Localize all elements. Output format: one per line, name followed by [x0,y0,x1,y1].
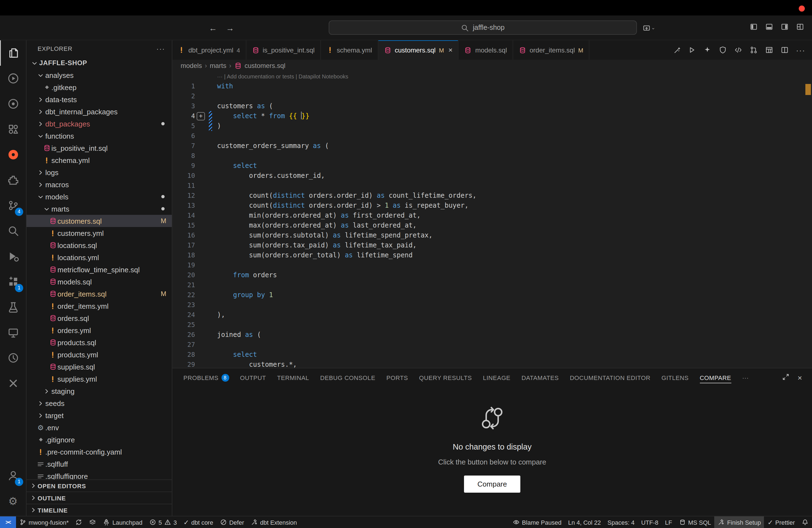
compare-button[interactable]: Compare [464,475,520,493]
maximize-panel-button[interactable] [782,372,790,383]
code-line-6[interactable]: 6 [172,131,812,141]
code-line-9[interactable]: 9 select [172,161,812,171]
code-line-1[interactable]: 1with [172,81,812,91]
tree-item-seeds[interactable]: seeds [27,397,172,409]
activity-item-close-x[interactable] [0,371,26,396]
pull-request-button[interactable] [750,46,758,54]
editor-tab-models.sql[interactable]: models.sql [459,40,513,60]
tree-item-locations.sql[interactable]: locations.sql [27,239,172,251]
editor-tab-customers.sql[interactable]: customers.sqlM× [378,40,459,60]
status-finish-setup[interactable]: Finish Setup [714,516,764,528]
tree-item-JAFFLE-SHOP[interactable]: JAFFLE-SHOP [27,57,172,69]
tree-item-functions[interactable]: functions [27,130,172,142]
tree-item-.gitkeep[interactable]: .gitkeep [27,81,172,93]
code-line-11[interactable]: 11 [172,180,812,191]
status-blame-status[interactable]: Blame Paused [509,516,565,528]
breadcrumb-item-models[interactable]: models [180,62,202,70]
breadcrumb-item-customers.sql[interactable]: customers.sql [244,62,285,70]
breadcrumb[interactable]: models›marts›customers.sql [172,60,812,72]
status-remote-indicator[interactable]: >< [0,516,16,528]
code-line-2[interactable]: 2 [172,91,812,101]
tree-item-.pre-commit-config.yaml[interactable]: .pre-commit-config.yaml [27,446,172,458]
status-dbt-extension[interactable]: dbt Extension [247,516,300,528]
panel-tab-compare[interactable]: COMPARE [694,368,737,387]
activity-item-datapilot[interactable] [0,91,26,117]
tree-item-orders.yml[interactable]: orders.yml [27,324,172,336]
panel-tab-lineage[interactable]: LINEAGE [478,368,516,387]
editor-tab-is_positive_int.sql[interactable]: is_positive_int.sql [246,40,321,60]
tree-item-supplies.yml[interactable]: supplies.yml [27,373,172,385]
command-center-search[interactable]: jaffle-shop [329,20,637,35]
status-notifications[interactable] [798,516,812,528]
shield-button[interactable] [719,46,727,54]
activity-item-explorer[interactable] [0,40,26,66]
code-line-21[interactable]: 21 [172,280,812,290]
tree-item-locations.yml[interactable]: locations.yml [27,251,172,263]
tree-item-data-tests[interactable]: data-tests [27,93,172,105]
code-line-18[interactable]: 18 sum(orders.order_total) as lifetime_s… [172,250,812,260]
editor-tab-schema.yml[interactable]: schema.yml [321,40,378,60]
sidebar-section-outline[interactable]: OUTLINE [27,492,172,504]
panel-tab-output[interactable]: OUTPUT [234,368,272,387]
activity-item-settings-gear[interactable]: ⚙ [0,488,26,514]
tree-item-marts[interactable]: marts [27,203,172,215]
layout-panel-button[interactable] [765,23,773,33]
tree-item-.env[interactable]: ⚙.env [27,421,172,434]
panel-tab-query-results[interactable]: QUERY RESULTS [414,368,477,387]
close-panel-button[interactable]: × [798,373,802,382]
code-line-7[interactable]: 7customer_orders_summary as ( [172,141,812,151]
code-line-12[interactable]: 12 count(distinct orders.order_id) as co… [172,191,812,201]
status-encoding[interactable]: UTF-8 [638,516,662,528]
tree-item-models[interactable]: models [27,191,172,203]
sidebar-more-actions[interactable]: ··· [156,44,165,53]
panel-tab-ports[interactable]: PORTS [381,368,414,387]
more-actions-button[interactable]: ··· [796,46,806,54]
code-line-26[interactable]: 26joined as ( [172,330,812,340]
add-line-button[interactable]: + [197,112,205,120]
activity-item-beaker[interactable] [0,294,26,320]
tree-item-dbt_internal_packages[interactable]: dbt_internal_packages [27,105,172,118]
code-line-19[interactable]: 19 [172,260,812,270]
activity-item-puzzle[interactable] [0,167,26,193]
panel-more-tabs[interactable]: ··· [737,368,754,387]
status-problems[interactable]: 53 [146,516,180,528]
customize-layout-button[interactable] [796,23,804,33]
activity-item-remote-explorer[interactable] [0,320,26,345]
code-line-28[interactable]: 28 select [172,350,812,360]
breadcrumb-item-marts[interactable]: marts [209,62,226,70]
panel-tab-problems[interactable]: PROBLEMS8 [178,368,234,387]
split-editor-button[interactable] [781,46,789,54]
panel-tab-gitlens[interactable]: GITLENS [656,368,694,387]
code-editor[interactable]: ··· | Add documentation or tests | Datap… [172,72,812,368]
layout-sidebar-right-button[interactable] [781,23,789,33]
tree-item-logs[interactable]: logs [27,166,172,178]
panel-tab-datamates[interactable]: DATAMATES [516,368,564,387]
tree-item-order_items.yml[interactable]: order_items.yml [27,300,172,312]
sidebar-section-open-editors[interactable]: OPEN EDITORS [27,480,172,492]
panel-tab-debug-console[interactable]: DEBUG CONSOLE [315,368,381,387]
tree-item-analyses[interactable]: analyses [27,69,172,81]
status-cursor-position[interactable]: Ln 4, Col 22 [565,516,604,528]
activity-item-run-and-debug[interactable] [0,244,26,269]
code-line-29[interactable]: 29 customers.*, [172,360,812,368]
code-line-27[interactable]: 27 [172,340,812,350]
table-button[interactable] [765,46,773,54]
tree-item-.sqlfluff[interactable]: .sqlfluff [27,458,172,470]
activity-item-extensions[interactable]: 1 [0,269,26,294]
editor-tab-order_items.sql[interactable]: order_items.sqlM [513,40,589,60]
tree-item-target[interactable]: target [27,409,172,421]
activity-item-history[interactable] [0,345,26,371]
code-line-3[interactable]: 3customers as ( [172,101,812,111]
code-line-20[interactable]: 20 from orders [172,270,812,280]
panel-tab-documentation-editor[interactable]: DOCUMENTATION EDITOR [564,368,656,387]
activity-item-source-control[interactable]: 4 [0,193,26,218]
tree-item-.sqlfluffignore[interactable]: .sqlfluffignore [27,470,172,480]
code-line-23[interactable]: 23 [172,300,812,310]
codelens[interactable]: ··· | Add documentation or tests | Datap… [172,72,812,81]
activity-item-symbols[interactable] [0,117,26,142]
status-sync[interactable] [72,516,86,528]
magic-wand-button[interactable]: ⌄ [673,46,681,54]
activity-item-dbt[interactable] [0,142,26,167]
forward-button[interactable]: → [226,23,234,32]
code-line-8[interactable]: 8 [172,151,812,161]
